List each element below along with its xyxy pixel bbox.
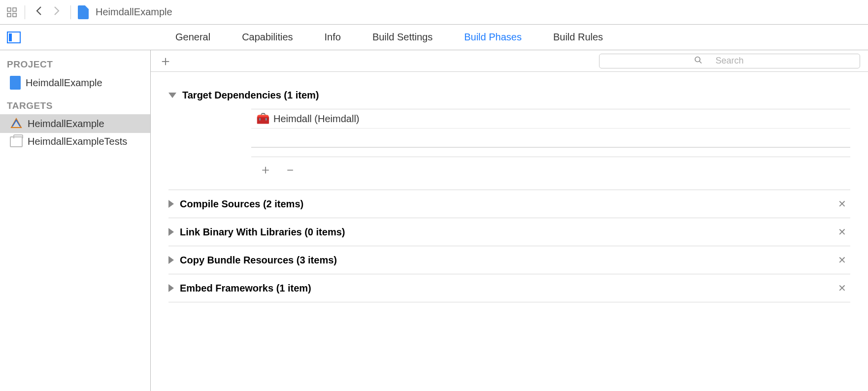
phase-header-compile-sources[interactable]: Compile Sources (2 items) ✕ (168, 190, 850, 218)
dependency-row[interactable]: 🧰 Heimdall (Heimdall) (251, 109, 850, 129)
divider (25, 5, 25, 19)
phase-title: Embed Frameworks (1 item) (180, 283, 311, 294)
app-target-icon (10, 117, 23, 130)
project-icon (10, 76, 21, 90)
tab-build-rules[interactable]: Build Rules (553, 32, 603, 43)
related-items-icon[interactable] (6, 6, 18, 18)
tab-general[interactable]: General (175, 32, 210, 43)
tab-build-phases[interactable]: Build Phases (464, 32, 522, 43)
sidebar-project-item[interactable]: HeimdallExample (0, 73, 150, 93)
search-input[interactable] (599, 54, 860, 68)
phase-title: Link Binary With Libraries (0 items) (180, 227, 345, 238)
test-target-icon (10, 136, 23, 147)
phase-header-link-binary[interactable]: Link Binary With Libraries (0 items) ✕ (168, 218, 850, 246)
phase-link-binary: Link Binary With Libraries (0 items) ✕ (168, 218, 850, 246)
top-nav-bar: HeimdallExample (0, 0, 868, 25)
nav-back-button[interactable] (32, 4, 46, 20)
tab-capabilities[interactable]: Capabilities (242, 32, 293, 43)
sidebar-toggle-icon[interactable] (7, 32, 21, 43)
remove-dependency-button[interactable]: － (284, 163, 297, 176)
tab-build-settings[interactable]: Build Settings (372, 32, 433, 43)
main-area: PROJECT HeimdallExample TARGETS Heimdall… (0, 50, 868, 391)
phase-compile-sources: Compile Sources (2 items) ✕ (168, 190, 850, 218)
project-sidebar: PROJECT HeimdallExample TARGETS Heimdall… (0, 50, 151, 391)
dependency-table: 🧰 Heimdall (Heimdall) (251, 109, 850, 148)
editor-tabs-row: General Capabilities Info Build Settings… (0, 25, 868, 50)
sidebar-target-label: HeimdallExampleTests (28, 136, 127, 147)
phase-body-target-dependencies: 🧰 Heimdall (Heimdall) ＋ － (168, 109, 850, 190)
project-file-icon (78, 5, 89, 19)
svg-rect-2 (7, 13, 11, 17)
tab-info[interactable]: Info (325, 32, 341, 43)
remove-phase-button[interactable]: ✕ (838, 226, 850, 238)
search-wrap (599, 54, 860, 68)
svg-rect-1 (13, 8, 16, 11)
disclosure-down-icon (168, 93, 176, 98)
disclosure-right-icon (168, 284, 174, 292)
dependency-row-empty (251, 129, 850, 147)
phase-copy-bundle: Copy Bundle Resources (3 items) ✕ (168, 246, 850, 274)
remove-phase-button[interactable]: ✕ (838, 282, 850, 294)
phase-header-copy-bundle[interactable]: Copy Bundle Resources (3 items) ✕ (168, 246, 850, 274)
divider (70, 5, 71, 19)
sidebar-section-targets: TARGETS (0, 98, 150, 114)
remove-phase-button[interactable]: ✕ (838, 254, 850, 266)
sidebar-project-name: HeimdallExample (26, 77, 102, 89)
sidebar-target-heimdallexample[interactable]: HeimdallExample (0, 114, 150, 133)
add-dependency-button[interactable]: ＋ (259, 163, 272, 176)
svg-point-4 (695, 57, 700, 62)
phase-target-dependencies: Target Dependencies (1 item) 🧰 Heimdall … (168, 82, 850, 190)
phase-header-embed-frameworks[interactable]: Embed Frameworks (1 item) ✕ (168, 274, 850, 302)
svg-line-5 (700, 61, 701, 63)
dependency-actions: ＋ － (251, 157, 850, 182)
phase-header-target-dependencies[interactable]: Target Dependencies (1 item) (168, 82, 850, 109)
content-toolbar: ＋ (151, 50, 868, 72)
nav-forward-button[interactable] (50, 4, 64, 20)
phase-embed-frameworks: Embed Frameworks (1 item) ✕ (168, 274, 850, 302)
disclosure-right-icon (168, 256, 174, 264)
sidebar-target-label: HeimdallExample (28, 118, 104, 130)
disclosure-right-icon (168, 200, 174, 208)
search-icon (694, 56, 702, 66)
project-tabs: General Capabilities Info Build Settings… (175, 32, 603, 43)
dependency-name: Heimdall (Heimdall) (273, 113, 359, 125)
add-phase-button[interactable]: ＋ (159, 54, 172, 68)
sidebar-section-project: PROJECT (0, 56, 150, 73)
phase-title: Compile Sources (2 items) (180, 198, 303, 210)
sidebar-target-heimdallexampletests[interactable]: HeimdallExampleTests (0, 133, 150, 150)
build-phases-list: Target Dependencies (1 item) 🧰 Heimdall … (151, 72, 868, 312)
framework-icon: 🧰 (256, 112, 269, 125)
breadcrumb-title[interactable]: HeimdallExample (96, 6, 172, 18)
remove-phase-button[interactable]: ✕ (838, 198, 850, 210)
svg-rect-3 (13, 13, 16, 17)
phase-title: Target Dependencies (1 item) (182, 90, 319, 101)
disclosure-right-icon (168, 228, 174, 236)
svg-rect-0 (7, 8, 11, 11)
phase-title: Copy Bundle Resources (3 items) (180, 255, 337, 266)
content-panel: ＋ Target Dependencies (1 item) (151, 50, 868, 391)
